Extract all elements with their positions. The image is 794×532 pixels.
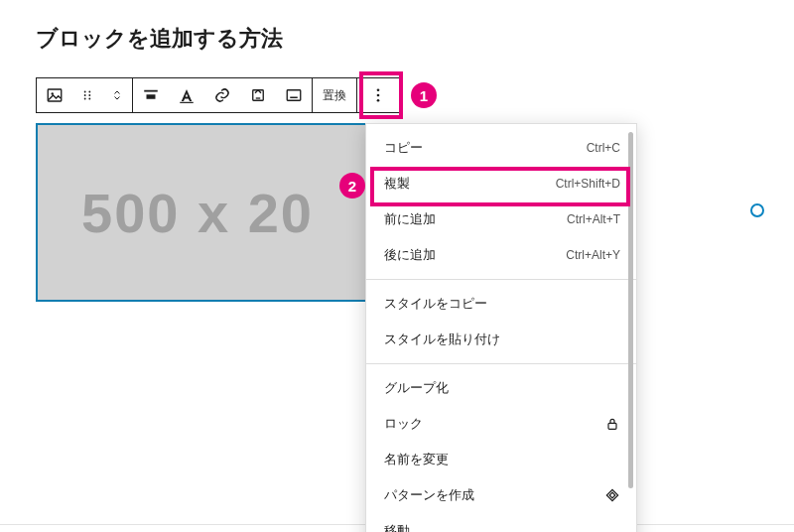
menu-shortcut: Ctrl+Alt+T <box>567 212 620 226</box>
menu-item-group[interactable]: グループ化 <box>366 370 636 406</box>
svg-point-2 <box>84 91 86 93</box>
menu-label: スタイルをコピー <box>384 295 487 313</box>
menu-label: 移動 <box>384 522 410 532</box>
more-options-button[interactable] <box>357 78 399 112</box>
text-overlay-button[interactable] <box>169 78 204 112</box>
toolbar-group-format <box>133 78 312 112</box>
crop-button[interactable] <box>240 78 276 112</box>
svg-rect-19 <box>609 492 615 498</box>
menu-label: グループ化 <box>384 379 449 397</box>
svg-point-15 <box>377 94 380 97</box>
svg-point-14 <box>377 88 380 91</box>
block-options-menu: コピー Ctrl+C 複製 Ctrl+Shift+D 前に追加 Ctrl+Alt… <box>365 123 637 532</box>
image-block-icon-button[interactable] <box>37 78 72 112</box>
menu-label: 後に追加 <box>384 246 436 264</box>
svg-rect-17 <box>608 423 616 429</box>
svg-rect-8 <box>144 90 158 92</box>
image-placeholder-text: 500 x 20 <box>81 181 314 245</box>
svg-point-4 <box>84 94 86 96</box>
more-vertical-icon <box>369 86 387 104</box>
align-button[interactable] <box>133 78 169 112</box>
page-heading: ブロックを追加する方法 <box>36 24 283 54</box>
menu-label: 前に追加 <box>384 210 436 228</box>
toolbar-group-block <box>37 78 132 112</box>
replace-label: 置換 <box>323 87 346 104</box>
menu-label: 名前を変更 <box>384 451 449 468</box>
svg-rect-18 <box>606 489 617 500</box>
menu-item-create-pattern[interactable]: パターンを作成 <box>366 477 636 513</box>
menu-item-move[interactable]: 移動 <box>366 513 636 532</box>
svg-point-6 <box>84 98 86 100</box>
menu-item-insert-after[interactable]: 後に追加 Ctrl+Alt+Y <box>366 237 636 273</box>
svg-point-16 <box>377 99 380 102</box>
image-icon <box>46 86 64 104</box>
caption-button[interactable] <box>276 78 312 112</box>
svg-point-7 <box>88 98 90 100</box>
menu-item-copy[interactable]: コピー Ctrl+C <box>366 130 636 166</box>
selection-ring-icon[interactable] <box>750 203 764 217</box>
svg-rect-13 <box>290 97 298 99</box>
svg-point-3 <box>88 91 90 93</box>
link-icon <box>213 86 231 104</box>
drag-icon <box>80 88 94 102</box>
menu-label: ロック <box>384 415 423 433</box>
svg-rect-0 <box>48 89 62 101</box>
menu-item-copy-style[interactable]: スタイルをコピー <box>366 286 636 322</box>
menu-item-duplicate[interactable]: 複製 Ctrl+Shift+D <box>366 166 636 201</box>
menu-shortcut: Ctrl+Shift+D <box>556 177 620 191</box>
menu-separator <box>366 363 636 364</box>
menu-label: コピー <box>384 139 423 157</box>
text-a-icon <box>178 86 196 104</box>
lock-icon <box>604 416 620 432</box>
menu-scrollbar[interactable] <box>628 132 633 532</box>
menu-item-insert-before[interactable]: 前に追加 Ctrl+Alt+T <box>366 201 636 237</box>
svg-rect-9 <box>147 94 156 99</box>
callout-badge-1: 1 <box>411 82 437 108</box>
menu-item-lock[interactable]: ロック <box>366 406 636 442</box>
menu-item-paste-style[interactable]: スタイルを貼り付け <box>366 322 636 357</box>
replace-button[interactable]: 置換 <box>313 78 356 112</box>
svg-rect-10 <box>180 102 194 103</box>
align-icon <box>142 86 160 104</box>
menu-separator <box>366 279 636 280</box>
chevron-updown-icon <box>111 86 123 104</box>
menu-item-rename[interactable]: 名前を変更 <box>366 442 636 477</box>
toolbar-group-replace: 置換 <box>313 78 356 112</box>
link-button[interactable] <box>204 78 240 112</box>
diamond-icon <box>604 487 620 503</box>
menu-shortcut: Ctrl+C <box>587 141 620 155</box>
menu-label: スタイルを貼り付け <box>384 331 500 348</box>
menu-label: 複製 <box>384 175 410 193</box>
menu-shortcut: Ctrl+Alt+Y <box>566 248 620 262</box>
svg-rect-12 <box>287 90 301 101</box>
svg-point-5 <box>88 94 90 96</box>
crop-icon <box>249 86 267 104</box>
caption-icon <box>285 86 303 104</box>
callout-badge-2: 2 <box>339 173 365 199</box>
menu-label: パターンを作成 <box>384 486 474 504</box>
toolbar-group-more <box>357 78 399 112</box>
move-updown-button[interactable] <box>102 78 132 112</box>
block-toolbar: 置換 <box>36 77 400 113</box>
drag-handle-button[interactable] <box>72 78 102 112</box>
scroll-thumb[interactable] <box>628 132 633 488</box>
svg-rect-11 <box>253 90 264 101</box>
